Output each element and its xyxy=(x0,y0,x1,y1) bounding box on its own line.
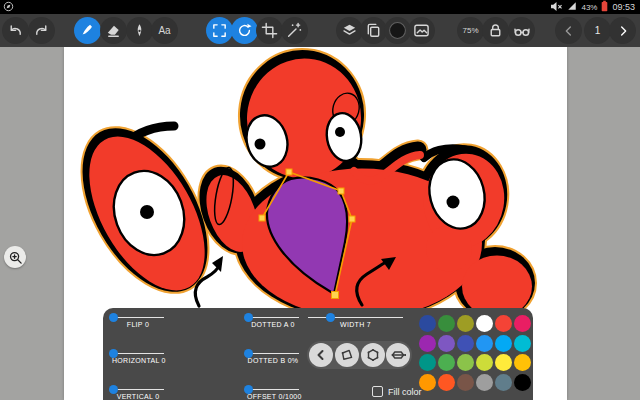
palette-color[interactable] xyxy=(457,335,474,352)
brush-tool-button[interactable] xyxy=(74,17,101,44)
slider-label: FLIP 0 xyxy=(112,321,164,328)
slider-handle[interactable] xyxy=(109,349,118,358)
palette-color[interactable] xyxy=(419,374,436,391)
slider-handle[interactable] xyxy=(109,385,118,394)
muted-speaker-icon xyxy=(550,1,563,14)
selection-node[interactable] xyxy=(259,215,265,221)
palette-color[interactable] xyxy=(438,374,455,391)
zoom-button[interactable] xyxy=(4,246,26,268)
palette-color[interactable] xyxy=(495,315,512,332)
palette-color[interactable] xyxy=(476,354,493,371)
layers-button[interactable] xyxy=(336,17,363,44)
zoom-level-value: 75% xyxy=(462,26,478,35)
page-number-button[interactable]: 1 xyxy=(584,17,611,44)
zoom-level-button[interactable]: 75% xyxy=(457,17,484,44)
offset-slider[interactable]: OFFSET 0/1000 xyxy=(247,389,299,400)
transform-tool-button[interactable] xyxy=(206,17,233,44)
slider-track[interactable] xyxy=(112,389,164,390)
palette-color[interactable] xyxy=(514,335,531,352)
duplicate-icon xyxy=(365,22,382,39)
dotted-b-slider[interactable]: DOTTED B 0% xyxy=(247,353,299,364)
insert-image-button[interactable] xyxy=(408,17,435,44)
clock: 09:53 xyxy=(612,2,635,12)
slider-handle[interactable] xyxy=(326,313,335,322)
slider-label: VERTICAL 0 xyxy=(112,393,164,400)
palette-color[interactable] xyxy=(476,374,493,391)
text-tool-label: Aa xyxy=(158,25,170,36)
quad-shape-button[interactable] xyxy=(335,343,359,367)
palette-color[interactable] xyxy=(419,354,436,371)
current-color-swatch xyxy=(388,21,407,40)
slider-handle[interactable] xyxy=(244,385,253,394)
slider-handle[interactable] xyxy=(244,349,253,358)
palette-color[interactable] xyxy=(476,315,493,332)
app-notification-icon xyxy=(3,1,14,14)
flat-hexagon-shape-button[interactable] xyxy=(386,343,410,367)
width-slider[interactable]: WIDTH 7 xyxy=(308,317,403,328)
pen-icon xyxy=(131,22,148,39)
selection-node[interactable] xyxy=(338,188,344,194)
palette-color[interactable] xyxy=(514,374,531,391)
left-pupil xyxy=(140,205,154,219)
lock-button[interactable] xyxy=(482,17,509,44)
palette-color[interactable] xyxy=(419,335,436,352)
slider-track[interactable] xyxy=(112,353,164,354)
magic-wand-button[interactable] xyxy=(281,17,308,44)
palette-color[interactable] xyxy=(419,315,436,332)
palette-color[interactable] xyxy=(438,315,455,332)
palette-color[interactable] xyxy=(495,354,512,371)
horizontal-slider[interactable]: HORIZONTAL 0 xyxy=(112,353,164,364)
slider-track[interactable] xyxy=(308,317,403,318)
polygon-shape-button[interactable] xyxy=(361,343,385,367)
eraser-tool-button[interactable] xyxy=(100,17,127,44)
preview-button[interactable] xyxy=(508,17,535,44)
rotate-tool-button[interactable] xyxy=(231,17,258,44)
shape-button-group xyxy=(307,341,412,369)
eraser-icon xyxy=(105,22,122,39)
undo-icon xyxy=(7,22,24,39)
redo-icon xyxy=(33,22,50,39)
color-swatch-button[interactable] xyxy=(384,17,411,44)
slider-label: HORIZONTAL 0 xyxy=(112,357,164,364)
palette-color[interactable] xyxy=(514,315,531,332)
slider-label: DOTTED A 0 xyxy=(247,321,299,328)
prev-page-button[interactable] xyxy=(555,17,582,44)
dotted-a-slider[interactable]: DOTTED A 0 xyxy=(247,317,299,328)
selection-node[interactable] xyxy=(349,216,355,222)
slider-track[interactable] xyxy=(247,317,299,318)
slider-track[interactable] xyxy=(247,389,299,390)
palette-color[interactable] xyxy=(495,374,512,391)
slider-track[interactable] xyxy=(247,353,299,354)
brush-icon xyxy=(79,22,96,39)
palette-color[interactable] xyxy=(495,335,512,352)
slider-track[interactable] xyxy=(112,317,164,318)
fill-color-checkbox[interactable] xyxy=(372,386,383,397)
palette-color[interactable] xyxy=(476,335,493,352)
color-palette xyxy=(418,314,532,392)
slider-handle[interactable] xyxy=(109,313,118,322)
slider-handle[interactable] xyxy=(244,313,253,322)
undo-button[interactable] xyxy=(2,17,29,44)
insert-image-icon xyxy=(413,22,430,39)
palette-color[interactable] xyxy=(438,335,455,352)
palette-color[interactable] xyxy=(457,354,474,371)
battery-icon xyxy=(601,0,608,14)
flip-slider[interactable]: FLIP 0 xyxy=(112,317,164,328)
crop-tool-button[interactable] xyxy=(256,17,283,44)
selection-node[interactable] xyxy=(332,292,339,299)
quad-shape-icon xyxy=(339,347,355,363)
next-page-button[interactable] xyxy=(609,17,636,44)
pen-tool-button[interactable] xyxy=(126,17,153,44)
page-number: 1 xyxy=(595,25,601,36)
back-chevron-button[interactable] xyxy=(309,343,333,367)
selection-node[interactable] xyxy=(286,169,292,175)
vertical-slider[interactable]: VERTICAL 0 xyxy=(112,389,164,400)
palette-color[interactable] xyxy=(457,374,474,391)
palette-color[interactable] xyxy=(438,354,455,371)
duplicate-button[interactable] xyxy=(360,17,387,44)
chevron-right-icon xyxy=(615,23,631,39)
palette-color[interactable] xyxy=(457,315,474,332)
redo-button[interactable] xyxy=(28,17,55,44)
text-tool-button[interactable]: Aa xyxy=(151,17,178,44)
palette-color[interactable] xyxy=(514,354,531,371)
